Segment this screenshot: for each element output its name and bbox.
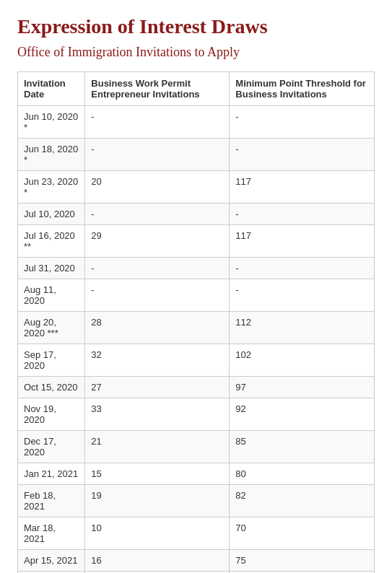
page-subtitle: Office of Immigration Invitations to App… [17,45,375,60]
cell-date: Sep 17, 2020 [18,344,85,376]
cell-threshold: - [230,138,375,170]
cell-invitations: 29 [85,224,230,257]
cell-date: Jun 10, 2020 * [18,105,85,138]
draws-table: Invitation Date Business Work Permit Ent… [17,71,375,573]
cell-invitations: - [85,105,230,138]
cell-threshold: 112 [230,311,375,344]
col-header-invitations: Business Work Permit Entrepreneur Invita… [85,71,230,105]
cell-invitations: 21 [85,430,230,463]
cell-invitations: 16 [85,549,230,571]
cell-date: Jul 31, 2020 [18,257,85,279]
cell-invitations: 32 [85,344,230,376]
page-title: Expression of Interest Draws [17,14,375,39]
cell-invitations: 10 [85,517,230,549]
cell-threshold: 92 [230,398,375,430]
cell-invitations: - [85,257,230,279]
cell-date: Jan 21, 2021 [18,463,85,484]
table-row: Nov 19, 20203392 [18,398,375,430]
table-row: Jul 16, 2020 **29117 [18,224,375,257]
table-row: Jan 21, 20211580 [18,463,375,484]
cell-date: Mar 18, 2021 [18,517,85,549]
cell-date: Jun 18, 2020 * [18,138,85,170]
table-row: Aug 20, 2020 ***28112 [18,311,375,344]
table-row: Apr 15, 20211675 [18,549,375,571]
cell-threshold: - [230,257,375,279]
cell-invitations: 19 [85,484,230,517]
cell-date: Feb 18, 2021 [18,484,85,517]
cell-date: Jun 23, 2020 * [18,170,85,203]
cell-date: Apr 15, 2021 [18,549,85,571]
table-row: Jun 10, 2020 *-- [18,105,375,138]
cell-threshold: 82 [230,484,375,517]
cell-threshold: 117 [230,170,375,203]
table-row: Jul 31, 2020-- [18,257,375,279]
cell-date: Jul 10, 2020 [18,203,85,224]
cell-threshold: 70 [230,517,375,549]
cell-threshold: - [230,279,375,311]
cell-invitations: - [85,138,230,170]
table-row: Jun 18, 2020 *-- [18,138,375,170]
cell-invitations: - [85,279,230,311]
col-header-date: Invitation Date [18,71,85,105]
table-row: Jul 10, 2020-- [18,203,375,224]
cell-date: Oct 15, 2020 [18,376,85,398]
cell-threshold: 85 [230,430,375,463]
cell-invitations: 33 [85,398,230,430]
cell-date: Dec 17, 2020 [18,430,85,463]
cell-invitations: 28 [85,311,230,344]
col-header-threshold: Minimum Point Threshold for Business Inv… [230,71,375,105]
cell-threshold: 102 [230,344,375,376]
cell-invitations: 20 [85,170,230,203]
table-row: Oct 15, 20202797 [18,376,375,398]
cell-date: Aug 11, 2020 [18,279,85,311]
cell-invitations: - [85,203,230,224]
cell-threshold: - [230,203,375,224]
table-row: Jun 23, 2020 *20117 [18,170,375,203]
cell-threshold: 75 [230,549,375,571]
cell-invitations: 27 [85,376,230,398]
cell-date: Aug 20, 2020 *** [18,311,85,344]
table-header-row: Invitation Date Business Work Permit Ent… [18,71,375,105]
cell-threshold: 80 [230,463,375,484]
table-row: Dec 17, 20202185 [18,430,375,463]
cell-date: Nov 19, 2020 [18,398,85,430]
table-row: Sep 17, 202032102 [18,344,375,376]
cell-date: Jul 16, 2020 ** [18,224,85,257]
table-row: Feb 18, 20211982 [18,484,375,517]
cell-invitations: 15 [85,463,230,484]
cell-threshold: 117 [230,224,375,257]
table-row: Aug 11, 2020-- [18,279,375,311]
cell-threshold: - [230,105,375,138]
table-row: Mar 18, 20211070 [18,517,375,549]
cell-threshold: 97 [230,376,375,398]
